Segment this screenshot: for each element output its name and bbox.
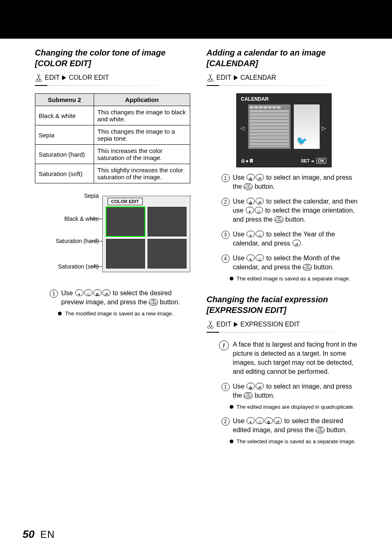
- arrow-right-icon: ➔: [311, 159, 314, 163]
- exposure-button-icon: [247, 417, 255, 424]
- cell-desc: This changes the image to black and whit…: [94, 106, 190, 125]
- step-number-icon: 4: [221, 255, 230, 263]
- table-row: Sepia This changes the image to a sepia …: [35, 125, 190, 145]
- calendar-preview-box: CALENDAR ◁ ▷ ⎙ ◆ 𝄜 SET ➔ OK: [236, 93, 332, 167]
- bullet-text: The edited images are displayed in quadr…: [237, 403, 355, 411]
- calendar-footer: ⎙ ◆ 𝄜 SET ➔ OK: [242, 158, 326, 164]
- diag-label-sepia: Sepia: [84, 192, 99, 199]
- preview-thumb-soft: [148, 239, 187, 269]
- bullet-dot-icon: [230, 440, 233, 443]
- svg-point-1: [39, 79, 42, 82]
- flash-button-icon: [274, 417, 282, 424]
- exposure-button-icon: [246, 207, 254, 213]
- triangle-right-icon: [62, 75, 66, 80]
- ok-func-button-icon: OKFUNC: [149, 299, 158, 306]
- t: button.: [312, 264, 334, 271]
- bullet-note: The selected image is saved as a separat…: [230, 438, 362, 445]
- svg-point-5: [210, 326, 213, 329]
- macro-button-icon: [265, 417, 273, 424]
- calendar-grid-lines: [250, 109, 289, 147]
- bullet-dot-icon: [230, 405, 233, 409]
- spec-table: Submenu 2 Application Black & white This…: [35, 93, 190, 183]
- step-text: Use to select the Year of the calendar, …: [233, 230, 362, 248]
- t: Use: [233, 417, 247, 424]
- timer-button-icon: [255, 207, 263, 213]
- footer-set-ok: SET ➔ OK: [301, 158, 326, 164]
- step-text: Use to select the calendar, and then use…: [233, 197, 362, 224]
- calendar-photo-preview: [294, 104, 320, 149]
- section-underline: [207, 332, 362, 333]
- step-text: Use to select the desired preview image,…: [61, 289, 190, 307]
- flash-button-icon: [256, 174, 264, 181]
- flash-button-icon: [102, 289, 111, 296]
- ok-func-button-icon: OKFUNC: [303, 264, 312, 271]
- bullet-dot-icon: [230, 277, 233, 280]
- preview-box-title: COLOR EDIT: [108, 198, 143, 205]
- table-row: Black & white This changes the image to …: [35, 106, 190, 125]
- t: Use: [233, 255, 247, 262]
- step-text: Use to select the desired edited image, …: [233, 417, 362, 435]
- svg-point-2: [208, 79, 210, 82]
- label-set: SET: [301, 158, 309, 163]
- top-black-bar: [0, 0, 392, 39]
- bullet-dot-icon: [58, 312, 62, 315]
- svg-point-4: [208, 326, 210, 329]
- left-triangle-icon: ◁: [240, 125, 246, 131]
- svg-point-0: [36, 79, 38, 82]
- section-title-expression: Changing the facial expression [EXPRESSI…: [207, 294, 362, 315]
- t: button.: [253, 183, 274, 190]
- step-3: 3 Use to select the Year of the calendar…: [221, 230, 362, 248]
- t: .: [301, 240, 303, 247]
- page: Changing the color tone of image [COLOR …: [0, 0, 392, 558]
- step-text: Use to select the Month of the calendar,…: [233, 254, 362, 272]
- page-number: 50: [23, 528, 35, 541]
- macro-button-icon: [247, 383, 255, 389]
- page-footer: 50 EN: [23, 528, 55, 541]
- flash-button-icon: [293, 240, 301, 246]
- cell-desc: This increases the color saturation of t…: [94, 145, 190, 164]
- cell-name: Black & white: [35, 106, 94, 125]
- ok-func-button-icon: OKFUNC: [274, 216, 284, 223]
- step-number-icon: 2: [221, 417, 230, 426]
- section-title-color-edit: Changing the color tone of image [COLOR …: [35, 47, 190, 69]
- cell-name: Saturation (soft): [35, 164, 94, 183]
- table-row: Saturation (soft) This slightly increase…: [35, 164, 190, 183]
- svg-point-3: [210, 79, 213, 82]
- color-edit-preview-box: COLOR EDIT: [102, 196, 190, 272]
- breadcrumb-color-edit: EDIT COLOR EDIT: [35, 73, 190, 83]
- bullet-text: The selected image is saved as a separat…: [237, 438, 356, 445]
- flash-button-icon: [256, 198, 264, 204]
- right-triangle-icon: ▷: [322, 125, 327, 131]
- table-row: Saturation (hard) This increases the col…: [35, 145, 190, 164]
- bullet-note: The modified image is saved as a new ima…: [58, 310, 190, 317]
- crumb-root: EDIT: [217, 321, 231, 328]
- exposure-button-icon: [247, 255, 255, 261]
- triangle-right-icon: [234, 75, 238, 80]
- crumb-root: EDIT: [217, 74, 231, 81]
- section-underline: [207, 85, 362, 86]
- warning-note: ! A face that is largest and facing fron…: [219, 340, 362, 376]
- right-column: Adding a calendar to an image [CALENDAR]…: [207, 47, 362, 445]
- t: Use: [233, 231, 247, 238]
- t: Use: [233, 383, 247, 390]
- bullet-text: The modified image is saved as a new ima…: [65, 310, 173, 317]
- crumb-root: EDIT: [45, 74, 60, 81]
- page-lang: EN: [40, 529, 55, 540]
- th-submenu: Submenu 2: [35, 94, 94, 106]
- calendar-inner: [248, 104, 320, 149]
- content-columns: Changing the color tone of image [COLOR …: [35, 47, 362, 445]
- step-2: 2 Use to select the calendar, and then u…: [221, 197, 362, 224]
- calendar-box-title: CALENDAR: [241, 96, 268, 102]
- preview-thumb-sepia: [148, 207, 187, 236]
- color-edit-diagram: Sepia Black & white Saturation (hard) Sa…: [35, 192, 190, 283]
- cell-desc: This slightly increases the color satura…: [94, 164, 190, 183]
- scissor-icon: [35, 73, 42, 83]
- t: Use: [233, 198, 247, 205]
- timer-button-icon: [256, 231, 264, 237]
- exposure-button-icon: [75, 289, 83, 296]
- timer-button-icon: [256, 255, 264, 261]
- bullet-note: The edited image is saved as a separate …: [230, 275, 362, 282]
- t: Use: [233, 174, 247, 181]
- th-application: Application: [94, 94, 190, 106]
- bullet-note: The edited images are displayed in quadr…: [230, 403, 362, 411]
